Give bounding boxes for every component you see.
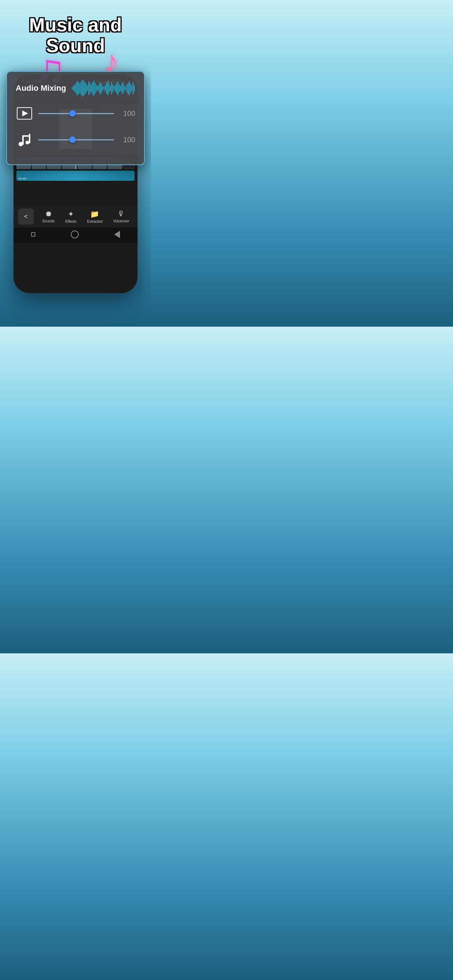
svg-rect-9 (83, 81, 84, 96)
svg-rect-26 (105, 85, 106, 92)
sounds-icon: ⏺ (45, 210, 52, 218)
video-slider-fill (38, 113, 73, 114)
nav-item-voiceover[interactable]: 🎙 Voiceover (113, 210, 129, 223)
extracted-icon: 📁 (90, 210, 99, 218)
svg-rect-20 (97, 86, 98, 90)
voiceover-label: Voiceover (113, 219, 129, 223)
nav-item-extracted[interactable]: 📁 Extracted (87, 210, 102, 223)
extracted-label: Extracted (87, 220, 102, 223)
svg-rect-58 (22, 135, 30, 137)
svg-rect-37 (119, 84, 120, 92)
music-volume-value: 100 (119, 135, 135, 144)
svg-rect-14 (90, 83, 91, 94)
waveform-svg (72, 79, 135, 97)
svg-rect-35 (116, 83, 117, 94)
svg-rect-44 (128, 83, 128, 94)
back-icon: < (24, 213, 27, 220)
svg-rect-13 (88, 81, 89, 95)
timeline-spacer (13, 181, 137, 203)
svg-rect-36 (118, 81, 118, 95)
svg-rect-8 (82, 80, 83, 97)
effects-icon: ✦ (68, 210, 74, 218)
music-volume-row: 100 (16, 131, 135, 148)
music-track-icon (16, 131, 33, 148)
svg-rect-16 (92, 82, 93, 94)
svg-rect-15 (91, 84, 91, 92)
svg-rect-17 (93, 81, 94, 96)
svg-rect-2 (74, 84, 75, 92)
svg-rect-57 (29, 134, 30, 143)
svg-rect-31 (111, 82, 112, 94)
video-volume-slider[interactable] (38, 110, 114, 117)
svg-rect-7 (81, 81, 81, 95)
svg-rect-39 (121, 83, 122, 93)
svg-rect-32 (112, 84, 113, 92)
home-square-icon[interactable] (31, 232, 35, 237)
video-volume-value: 100 (119, 110, 135, 118)
svg-rect-28 (107, 81, 108, 95)
bottom-nav: < ⏺ Sounds ✦ Effects 📁 Extracted 🎙 Voice… (13, 205, 137, 228)
panel-title: Audio Mixing (16, 83, 66, 93)
svg-rect-1 (73, 86, 74, 91)
svg-point-55 (26, 141, 29, 145)
video-volume-row: 100 (16, 105, 135, 122)
svg-rect-25 (104, 87, 104, 89)
main-title: Music and Sound (0, 14, 151, 56)
panel-header: Audio Mixing (16, 79, 135, 97)
svg-rect-23 (101, 83, 102, 93)
svg-rect-43 (126, 84, 127, 92)
svg-rect-11 (86, 83, 86, 93)
nav-item-effects[interactable]: ✦ Effects (65, 210, 76, 223)
video-track-icon (16, 105, 33, 122)
audio-strip-label: fm,etc (19, 177, 27, 180)
audio-mixing-panel: Audio Mixing (6, 71, 145, 165)
svg-rect-10 (85, 82, 85, 94)
svg-rect-29 (109, 83, 109, 93)
back-button[interactable]: < (18, 208, 34, 224)
video-slider-thumb[interactable] (69, 110, 76, 117)
svg-rect-4 (77, 81, 78, 95)
home-bar-area (13, 228, 137, 243)
effects-label: Effects (65, 220, 76, 223)
svg-rect-6 (80, 83, 80, 93)
audio-strip: fm,etc (16, 170, 135, 181)
svg-rect-5 (78, 82, 79, 94)
svg-rect-19 (96, 85, 97, 92)
svg-rect-22 (100, 82, 100, 94)
svg-rect-27 (106, 83, 107, 94)
svg-rect-33 (114, 86, 115, 90)
music-slider-track (38, 139, 114, 140)
svg-rect-12 (87, 86, 88, 91)
svg-rect-24 (102, 86, 103, 91)
svg-rect-34 (115, 85, 116, 92)
waveform-container (72, 79, 135, 97)
svg-rect-0 (72, 87, 73, 89)
music-volume-slider[interactable] (38, 136, 114, 143)
svg-rect-40 (123, 82, 123, 94)
svg-rect-46 (130, 83, 131, 93)
svg-rect-38 (120, 86, 121, 91)
svg-marker-51 (22, 110, 28, 116)
svg-rect-30 (110, 86, 110, 91)
nav-items: ⏺ Sounds ✦ Effects 📁 Extracted 🎙 Voiceov… (34, 210, 137, 223)
page-wrapper: Music and Sound ♫ ♪ 11:15 | 0,1K 4G ▂▄▆ … (0, 0, 151, 327)
svg-rect-3 (76, 83, 77, 94)
svg-rect-49 (134, 85, 135, 92)
home-back-icon[interactable] (114, 231, 120, 238)
sounds-label: Sounds (42, 219, 55, 223)
svg-rect-45 (129, 81, 130, 95)
nav-item-sounds[interactable]: ⏺ Sounds (42, 210, 55, 223)
svg-rect-18 (95, 83, 96, 94)
music-slider-fill (38, 139, 73, 140)
music-slider-thumb[interactable] (69, 136, 76, 143)
svg-rect-41 (124, 85, 125, 92)
voiceover-icon: 🎙 (118, 210, 125, 218)
svg-rect-21 (99, 84, 99, 92)
svg-rect-47 (132, 86, 132, 91)
video-slider-track (38, 113, 114, 114)
svg-rect-42 (125, 87, 126, 89)
svg-rect-48 (133, 82, 134, 94)
home-circle-icon[interactable] (71, 231, 79, 239)
